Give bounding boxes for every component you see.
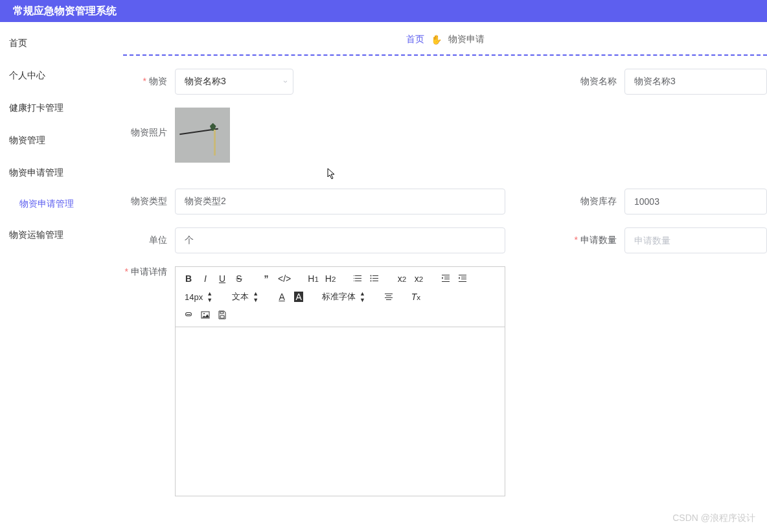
qty-input[interactable] xyxy=(624,227,767,253)
editor-body[interactable] xyxy=(176,327,505,496)
quote-icon[interactable]: ” xyxy=(258,271,274,286)
outdent-icon[interactable] xyxy=(438,271,453,286)
breadcrumb-home[interactable]: 首页 xyxy=(406,34,424,45)
breadcrumb: 首页 ✋ 物资申请 xyxy=(123,22,767,56)
wuzi-name-label: 物资名称 xyxy=(573,76,624,87)
chevron-down-icon: ‹ xyxy=(280,80,290,83)
qty-label: 申请数量 xyxy=(573,235,624,246)
image-icon[interactable] xyxy=(198,307,213,323)
caret-icon: ▲▼ xyxy=(360,290,365,303)
ordered-list-icon[interactable] xyxy=(350,271,365,286)
sidebar-item-transport[interactable]: 物资运输管理 xyxy=(0,219,110,251)
h2-icon[interactable]: H2 xyxy=(323,271,339,286)
unit-input[interactable] xyxy=(175,227,505,253)
sidebar: 首页 个人中心 健康打卡管理 物资管理 物资申请管理 物资申请管理 物资运输管理 xyxy=(0,22,110,532)
clear-format-icon[interactable]: Tx xyxy=(408,289,424,305)
breadcrumb-current: 物资申请 xyxy=(448,34,485,45)
unordered-list-icon[interactable] xyxy=(367,271,382,286)
cursor-icon xyxy=(327,168,338,181)
stock-label: 物资库存 xyxy=(573,196,624,207)
sidebar-item-materials[interactable]: 物资管理 xyxy=(0,124,110,157)
code-icon[interactable]: </> xyxy=(275,271,293,286)
editor-toolbar: B I U S ” </> H1 H2 xyxy=(176,267,505,327)
wuzi-label: 物资 xyxy=(123,76,175,87)
sidebar-item-apply-parent[interactable]: 物资申请管理 xyxy=(0,157,110,189)
sidebar-item-health[interactable]: 健康打卡管理 xyxy=(0,92,110,124)
subscript-icon[interactable]: x2 xyxy=(394,271,409,286)
type-label: 物资类型 xyxy=(123,196,175,207)
detail-label: 申请详情 xyxy=(123,266,175,278)
sidebar-item-home[interactable]: 首页 xyxy=(0,27,110,60)
font-family-select[interactable]: 标准字体 ▲▼ xyxy=(318,289,369,305)
wuzi-name-input[interactable] xyxy=(624,69,767,95)
main-content: 首页 ✋ 物资申请 物资 物资名称3 ‹ 物资名称 物资照片 xyxy=(110,22,767,532)
h1-icon[interactable]: H1 xyxy=(305,271,321,286)
sidebar-item-apply-child[interactable]: 物资申请管理 xyxy=(0,189,110,219)
stock-input[interactable] xyxy=(624,189,767,214)
italic-icon[interactable]: I xyxy=(198,271,213,286)
app-title: 常规应急物资管理系统 xyxy=(13,5,117,18)
caret-icon: ▲▼ xyxy=(253,290,258,303)
strike-icon[interactable]: S xyxy=(231,271,247,286)
indent-icon[interactable] xyxy=(455,271,470,286)
breadcrumb-icon: ✋ xyxy=(431,34,442,45)
bg-color-icon[interactable]: A xyxy=(291,289,306,305)
bold-icon[interactable]: B xyxy=(181,271,196,286)
svg-point-2 xyxy=(371,281,372,282)
font-color-icon[interactable]: A xyxy=(274,289,290,305)
type-input[interactable] xyxy=(175,189,505,214)
underline-icon[interactable]: U xyxy=(214,271,230,286)
photo-label: 物资照片 xyxy=(123,108,175,139)
app-header: 常规应急物资管理系统 xyxy=(0,0,767,22)
wuzi-select-value: 物资名称3 xyxy=(185,76,226,87)
superscript-icon[interactable]: x2 xyxy=(411,271,426,286)
svg-point-1 xyxy=(371,278,372,279)
rich-text-editor: B I U S ” </> H1 H2 xyxy=(175,266,505,496)
caret-icon: ▲▼ xyxy=(207,290,212,303)
font-style-select[interactable]: 文本 ▲▼ xyxy=(228,289,262,305)
align-icon[interactable] xyxy=(381,289,396,305)
sidebar-item-personal[interactable]: 个人中心 xyxy=(0,60,110,92)
unit-label: 单位 xyxy=(123,235,175,246)
wuzi-select[interactable]: 物资名称3 ‹ xyxy=(175,69,293,95)
link-icon[interactable] xyxy=(181,307,196,323)
font-size-select[interactable]: 14px ▲▼ xyxy=(181,289,216,305)
svg-point-4 xyxy=(203,313,205,314)
material-photo[interactable] xyxy=(175,108,230,163)
save-icon[interactable] xyxy=(214,307,230,323)
svg-point-0 xyxy=(371,275,372,277)
